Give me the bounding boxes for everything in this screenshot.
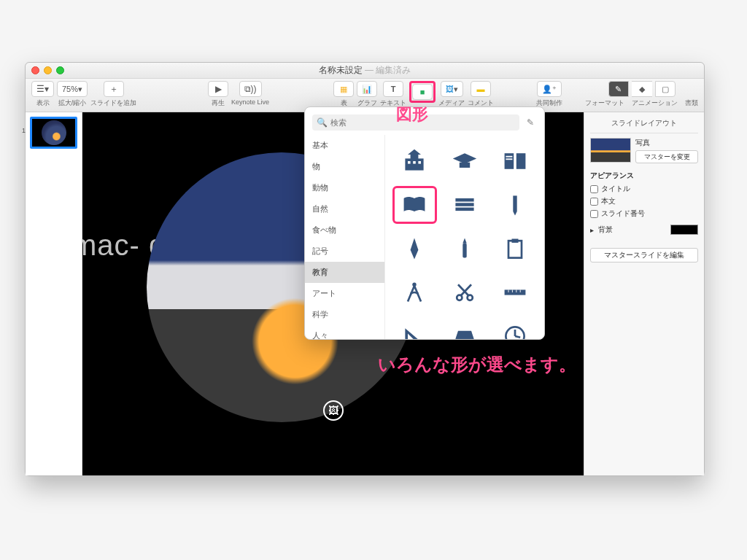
table-icon: ▦ <box>340 85 347 94</box>
view-button[interactable]: ☰▾ <box>31 81 54 97</box>
edit-master-button[interactable]: マスタースライドを編集 <box>590 248 698 262</box>
change-master-button[interactable]: マスターを変更 <box>635 150 698 163</box>
media-button[interactable]: 🖼 ▾ <box>441 81 463 97</box>
titlebar: 名称未設定 — 編集済み <box>26 63 704 79</box>
shape-button[interactable]: ■ <box>412 84 433 100</box>
svg-rect-0 <box>406 158 424 170</box>
svg-rect-4 <box>414 161 417 164</box>
shape-trapezoid[interactable] <box>443 317 487 339</box>
svg-marker-2 <box>408 149 421 155</box>
shape-ruler-horizontal[interactable] <box>492 273 537 311</box>
shape-clock[interactable] <box>492 317 537 339</box>
shape-category-科学[interactable]: 科学 <box>305 304 384 325</box>
play-icon: ▶ <box>215 84 222 94</box>
play-button[interactable]: ▶ <box>208 81 228 97</box>
svg-marker-6 <box>453 153 476 163</box>
body-checkbox[interactable] <box>590 198 598 206</box>
shape-ruler-triangle[interactable] <box>392 317 437 339</box>
play-label: 再生 <box>212 98 225 108</box>
svg-marker-17 <box>462 238 466 244</box>
chart-button[interactable]: 📊 <box>357 81 377 97</box>
appearance-heading: アピアランス <box>590 171 698 181</box>
slideno-checkbox[interactable] <box>590 210 598 218</box>
svg-rect-10 <box>455 198 473 202</box>
shape-category-基本[interactable]: 基本 <box>305 135 384 156</box>
shape-category-人々[interactable]: 人々 <box>305 325 384 339</box>
shape-category-記号[interactable]: 記号 <box>305 241 384 262</box>
comment-icon: ▬ <box>477 85 485 93</box>
zoom-button[interactable]: 75% ▾ <box>57 81 88 97</box>
image-placeholder-icon[interactable]: 🖼 <box>323 400 344 421</box>
collaborate-button[interactable]: 👤⁺ <box>537 81 562 97</box>
svg-rect-3 <box>408 161 411 164</box>
person-plus-icon: 👤⁺ <box>542 85 557 94</box>
add-slide-label: スライドを追加 <box>90 98 136 108</box>
shape-books-stack[interactable] <box>443 186 487 224</box>
shape-category-物[interactable]: 物 <box>305 156 384 177</box>
document-icon: ▢ <box>662 85 669 94</box>
shape-category-動物[interactable]: 動物 <box>305 177 384 198</box>
inspector-panel: スライドレイアウト 写真 マスターを変更 アピアランス タイトル 本文 スライド… <box>584 112 704 475</box>
shape-category-アート[interactable]: アート <box>305 283 384 304</box>
svg-rect-11 <box>455 203 473 206</box>
title-checkbox[interactable] <box>590 185 598 193</box>
text-button[interactable]: T <box>383 81 403 97</box>
document-label: 書類 <box>685 98 698 108</box>
minimize-window-button[interactable] <box>44 66 52 74</box>
slide-navigator: 1 <box>26 112 82 475</box>
square-icon: ■ <box>420 88 425 96</box>
master-name: 写真 <box>635 138 698 148</box>
background-color-swatch[interactable] <box>670 225 698 235</box>
shapes-callout-label: 図形 <box>396 104 428 125</box>
window-title: 名称未設定 — 編集済み <box>319 64 411 77</box>
slide-thumbnail-1[interactable] <box>30 117 77 149</box>
shapes-popover: 図形 🔍 ✎ 基本物動物自然食べ物記号教育アート科学人々場所活動 <box>304 106 545 340</box>
view-icon: ☰▾ <box>36 84 49 94</box>
svg-rect-27 <box>504 289 525 295</box>
shape-book-open-right[interactable] <box>492 142 537 180</box>
plus-icon: ＋ <box>109 83 118 96</box>
shape-pencil[interactable] <box>492 186 537 224</box>
svg-rect-19 <box>511 239 518 243</box>
svg-marker-14 <box>513 211 516 215</box>
svg-rect-18 <box>508 241 522 257</box>
shape-book-open[interactable] <box>392 186 437 224</box>
app-window: 名称未設定 — 編集済み ☰▾ 表示 75% ▾ 拡大/縮小 ＋ スライドを追加… <box>25 62 705 476</box>
add-slide-button[interactable]: ＋ <box>104 81 124 97</box>
disclosure-triangle[interactable]: ▸ <box>590 226 594 234</box>
text-icon: T <box>391 85 396 93</box>
shape-clipboard[interactable] <box>492 230 537 268</box>
draw-shape-button[interactable]: ✎ <box>524 116 537 129</box>
svg-rect-5 <box>419 161 422 164</box>
comment-button[interactable]: ▬ <box>471 81 491 97</box>
svg-rect-8 <box>506 156 512 158</box>
svg-marker-34 <box>454 331 476 339</box>
slideno-checkbox-row[interactable]: スライド番号 <box>590 209 698 219</box>
shape-category-自然[interactable]: 自然 <box>305 198 384 219</box>
svg-rect-7 <box>460 163 470 168</box>
background-label: 背景 <box>598 225 613 235</box>
keynote-live-button[interactable]: ⧉)) <box>239 81 262 97</box>
view-label: 表示 <box>36 98 50 108</box>
body-checkbox-row[interactable]: 本文 <box>590 196 698 206</box>
shape-school-building[interactable] <box>392 142 437 180</box>
annotation-text: いろんな形が選べます。 <box>378 353 576 376</box>
shape-category-食べ物[interactable]: 食べ物 <box>305 219 384 241</box>
svg-rect-16 <box>462 244 466 258</box>
format-tab[interactable]: ✎ <box>608 81 629 97</box>
zoom-window-button[interactable] <box>56 66 64 74</box>
document-tab[interactable]: ▢ <box>655 81 676 97</box>
shape-graduation-cap[interactable] <box>443 142 487 180</box>
shape-category-教育[interactable]: 教育 <box>305 262 384 283</box>
animate-tab[interactable]: ◆ <box>632 81 652 97</box>
shape-fountain-pen[interactable] <box>392 230 437 268</box>
svg-rect-12 <box>455 208 473 211</box>
table-button[interactable]: ▦ <box>333 81 354 97</box>
search-icon: 🔍 <box>317 117 328 128</box>
shape-crayon[interactable] <box>443 230 487 268</box>
title-checkbox-row[interactable]: タイトル <box>590 184 698 194</box>
animate-label: アニメーション <box>632 98 678 108</box>
shape-compass-tool[interactable] <box>392 273 437 311</box>
shape-scissors[interactable] <box>443 273 487 311</box>
close-window-button[interactable] <box>31 66 39 74</box>
